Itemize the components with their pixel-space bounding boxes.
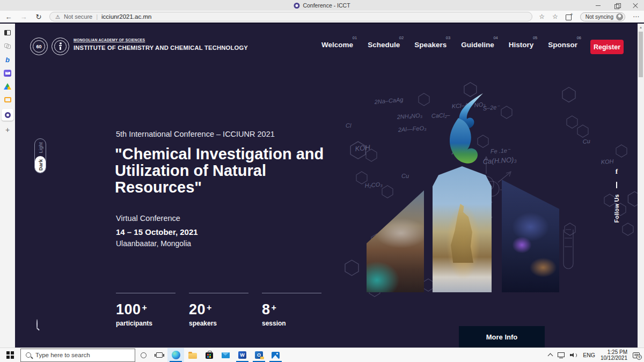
doodle-formula: H₂CO₃ — [364, 181, 383, 189]
taskbar-app-edge[interactable] — [167, 348, 184, 362]
profile-avatar — [616, 13, 623, 20]
nav-item-history[interactable]: History05 — [509, 41, 534, 49]
more-info-button[interactable]: More Info — [459, 326, 545, 348]
system-tray: ENG 1:25 PM 10/12/2021 9 — [548, 349, 644, 361]
nav-item-welcome[interactable]: Welcome01 — [321, 41, 353, 49]
file-explorer-icon — [188, 353, 197, 359]
org-name-large: INSTITUTE OF CHEMISTRY AND CHEMICAL TECH… — [74, 45, 248, 51]
photo-panel-genghis-statue — [433, 166, 492, 292]
clock[interactable]: 1:25 PM 10/12/2021 — [601, 349, 627, 361]
conference-dates: 14 – 15 October, 2021 — [116, 227, 198, 237]
edge-icon — [172, 351, 180, 359]
collections-icon[interactable]: + — [566, 13, 573, 20]
window-title: Conference - ICCT — [303, 2, 350, 9]
stat-label: participants — [116, 320, 175, 327]
follow-us-rail: f Follow Us — [613, 167, 620, 223]
doodle-formula: KOH — [601, 158, 614, 165]
address-divider: | — [96, 13, 98, 20]
photos-icon — [272, 352, 280, 359]
cortana-button[interactable] — [135, 348, 151, 362]
taskbar-app-outlook[interactable]: O — [251, 348, 267, 362]
nav-item-speakers[interactable]: Speakers03 — [414, 41, 447, 49]
taskbar-app-store[interactable] — [201, 348, 217, 362]
security-label: Not secure — [64, 13, 92, 20]
action-center-icon[interactable]: 9 — [633, 352, 640, 358]
browser-menu-icon[interactable]: ⋯ — [633, 13, 640, 20]
favorites-list-icon[interactable]: ☆ — [552, 13, 558, 20]
scroll-up-icon[interactable]: ▴ — [638, 24, 644, 29]
language-indicator[interactable]: ENG — [583, 352, 595, 358]
doodle-formula: 2Al—FeO₃ — [397, 124, 427, 133]
reload-icon[interactable]: ↻ — [34, 13, 43, 21]
workspaces-icon[interactable] — [2, 42, 13, 50]
restore-icon[interactable] — [614, 3, 620, 9]
windows-logo-icon — [6, 351, 13, 358]
browser-toolbar: ← → ↻ ⚠ Not secure | icciunr2021.ac.mn ☆… — [0, 11, 644, 24]
volume-icon[interactable] — [570, 352, 577, 358]
url-text: icciunr2021.ac.mn — [101, 13, 151, 20]
conference-location: Ulaanbaatar, Mongolia — [116, 239, 191, 248]
forward-icon: → — [19, 13, 28, 21]
taskbar-app-file-explorer[interactable] — [184, 348, 201, 362]
site-favicon — [294, 3, 299, 9]
window-titlebar: Conference - ICCT — [0, 0, 644, 11]
main-nav: Welcome01 Schedule02 Speakers03 Guidelin… — [321, 41, 577, 49]
org-name-small: MONGOLIAN ACADEMY OF SCIENCES — [74, 38, 248, 42]
conference-eyebrow: 5th International Conference – ICCIUNR 2… — [116, 130, 275, 138]
nav-number: 06 — [577, 35, 581, 40]
stat-participants: 100+ participants — [116, 293, 175, 327]
search-icon — [26, 352, 31, 358]
drive-tab-icon[interactable] — [2, 82, 13, 91]
feedback-tab-icon[interactable] — [2, 95, 13, 104]
theme-option-light[interactable]: Light — [35, 139, 46, 156]
not-secure-warning-icon: ⚠ — [55, 14, 60, 20]
tray-date: 10/12/2021 — [601, 355, 627, 361]
scrollbar-thumb[interactable] — [639, 32, 643, 77]
register-button[interactable]: Register — [590, 40, 624, 54]
favorite-this-page-icon[interactable]: ☆ — [539, 13, 545, 20]
logo-badge: 60 — [33, 40, 45, 53]
task-view-button[interactable] — [151, 348, 167, 362]
taskbar-search-input[interactable] — [35, 352, 121, 358]
cortana-icon — [141, 352, 147, 358]
doodle-formula: KOH — [355, 143, 371, 153]
nav-item-guideline[interactable]: Guideline04 — [461, 41, 494, 49]
mail-tab-icon[interactable] — [2, 69, 13, 77]
conference-page: 2Na–CaAg KCl–A NO₃ 2NH₄NO₃ CaCl₂– 2Al—Fe… — [15, 24, 638, 348]
stat-label: session — [262, 320, 321, 327]
site-search-icon[interactable] — [36, 320, 46, 329]
address-bar[interactable]: ⚠ Not secure | icciunr2021.ac.mn — [49, 12, 532, 21]
bing-tab-icon[interactable]: b — [2, 55, 13, 64]
facebook-icon[interactable]: f — [616, 167, 618, 176]
nav-item-schedule[interactable]: Schedule02 — [368, 41, 400, 49]
doodle-formula: 2Na–CaAg — [374, 96, 404, 105]
close-icon[interactable] — [633, 3, 639, 9]
nav-number: 01 — [353, 35, 357, 40]
active-tab[interactable]: Conference - ICCT — [294, 0, 350, 11]
sync-status-label: Not syncing — [586, 14, 613, 20]
stat-divider — [262, 293, 321, 293]
vertical-tabs-icon[interactable] — [2, 28, 13, 37]
active-conference-tab-icon[interactable] — [2, 109, 13, 121]
nav-item-sponsor[interactable]: Sponsor06 — [548, 41, 577, 49]
new-tab-icon[interactable]: + — [2, 125, 13, 134]
stat-divider — [189, 293, 248, 293]
minimize-icon[interactable] — [595, 3, 601, 9]
taskbar-app-mail[interactable] — [217, 348, 234, 362]
toolbar-right: ☆ ☆ + Not syncing ⋯ — [539, 12, 640, 21]
nav-number: 03 — [446, 35, 450, 40]
page-scrollbar[interactable]: ▴ — [638, 24, 644, 348]
taskbar-app-word[interactable]: W — [234, 348, 251, 362]
profile-button[interactable]: Not syncing — [580, 12, 625, 21]
taskbar-search-box[interactable] — [20, 349, 135, 362]
theme-option-dark[interactable]: Dark — [35, 156, 46, 173]
stats-row: 100+ participants 20+ speakers 8+ sessio… — [116, 293, 321, 327]
back-icon[interactable]: ← — [4, 13, 13, 21]
taskbar-app-photos[interactable] — [267, 348, 284, 362]
conference-flame-logo — [439, 92, 490, 170]
start-button[interactable] — [0, 348, 20, 362]
network-icon[interactable] — [558, 352, 565, 357]
tray-expand-icon[interactable] — [548, 353, 553, 359]
tray-time: 1:25 PM — [601, 349, 627, 356]
theme-toggle[interactable]: Light Dark — [34, 138, 46, 173]
